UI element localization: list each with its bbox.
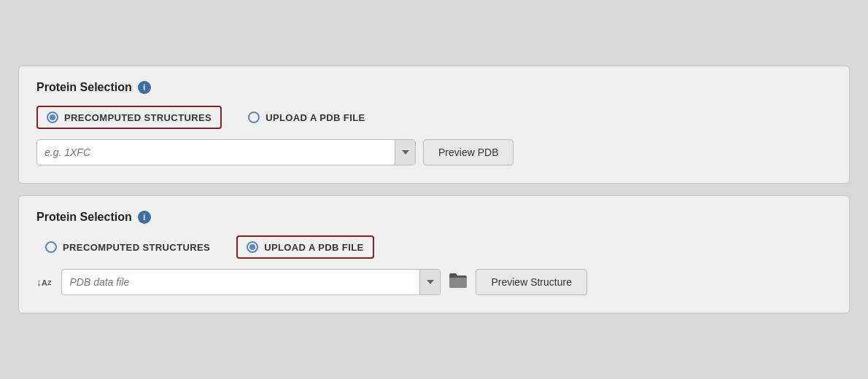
radio-row-2: PRECOMPUTED STRUCTURES UPLOAD A PDB FILE [36,235,832,259]
radio-circle-upload-1 [248,112,260,123]
radio-circle-precomputed-1 [47,112,58,123]
radio-precomputed-2[interactable]: PRECOMPUTED STRUCTURES [36,237,219,257]
radio-circle-upload-2 [247,241,258,253]
chevron-down-icon-1 [402,150,409,155]
info-icon-2[interactable]: i [138,211,151,224]
section-title-text-1: Protein Selection [36,81,132,94]
chevron-down-icon-2 [427,280,434,284]
section-title-text-2: Protein Selection [36,211,132,224]
section-title-2: Protein Selection i [36,211,832,224]
input-row-1: Preview PDB [36,139,832,165]
sort-icon: ↓AZ [36,276,51,288]
radio-upload-1[interactable]: UPLOAD A PDB FILE [239,107,373,128]
radio-precomputed-1[interactable]: PRECOMPUTED STRUCTURES [36,106,222,129]
info-icon-1[interactable]: i [138,81,151,94]
radio-row-1: PRECOMPUTED STRUCTURES UPLOAD A PDB FILE [36,106,832,129]
radio-circle-precomputed-2 [45,241,57,253]
pdb-text-input-2[interactable] [62,270,419,294]
protein-selection-card-2: Protein Selection i PRECOMPUTED STRUCTUR… [18,195,850,313]
radio-label-upload-1: UPLOAD A PDB FILE [266,112,365,123]
radio-upload-2[interactable]: UPLOAD A PDB FILE [236,235,373,259]
pdb-text-input-1[interactable] [37,140,395,165]
radio-label-precomputed-1: PRECOMPUTED STRUCTURES [64,112,212,123]
radio-label-upload-2: UPLOAD A PDB FILE [264,242,363,253]
preview-pdb-button-1[interactable]: Preview PDB [423,139,514,165]
pdb-dropdown-btn-2[interactable] [419,270,440,294]
protein-selection-card-1: Protein Selection i PRECOMPUTED STRUCTUR… [18,66,850,184]
pdb-input-combo-1[interactable] [36,139,416,165]
input-row-2: ↓AZ Preview Structure [36,269,832,295]
section-title-1: Protein Selection i [36,81,832,94]
pdb-input-combo-2[interactable] [61,269,441,295]
radio-label-precomputed-2: PRECOMPUTED STRUCTURES [63,242,210,253]
folder-icon[interactable] [448,272,468,293]
pdb-dropdown-btn-1[interactable] [395,140,415,165]
preview-structure-button[interactable]: Preview Structure [476,269,586,295]
